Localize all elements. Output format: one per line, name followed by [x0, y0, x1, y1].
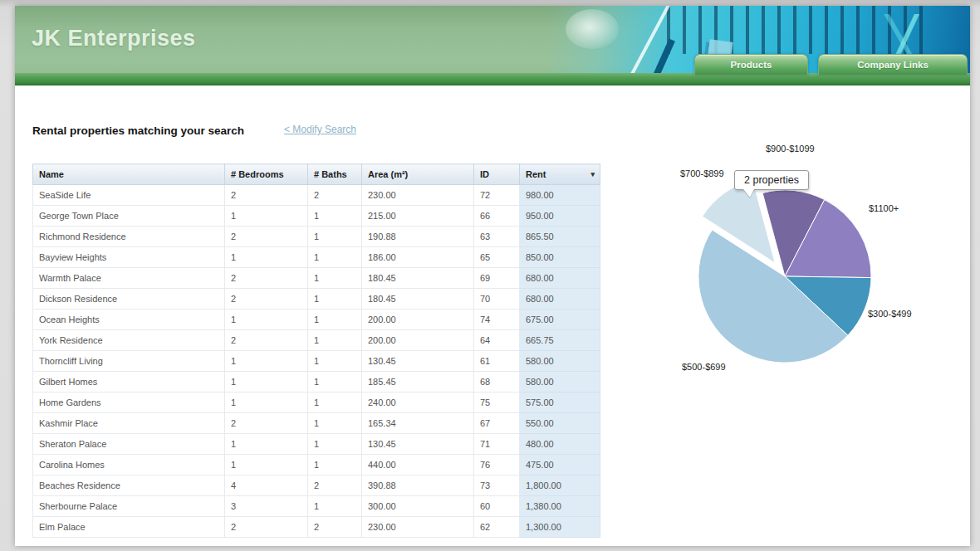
- column-header-name[interactable]: Name: [33, 164, 225, 185]
- table-row[interactable]: SeaSide Life22230.0072980.00: [33, 185, 600, 206]
- cell: 69: [474, 268, 520, 289]
- cell: 76: [474, 455, 520, 475]
- pie-label: $700-$899: [680, 168, 724, 178]
- cell: 1: [308, 227, 362, 247]
- tab-company-links[interactable]: Company Links: [818, 54, 968, 75]
- column-header-bedrooms[interactable]: # Bedrooms: [225, 164, 308, 185]
- pie-tooltip: 2 properties: [734, 170, 809, 190]
- cell: Gilbert Homes: [33, 372, 225, 393]
- cell: 1: [225, 372, 308, 393]
- cell: 300.00: [362, 496, 474, 517]
- cell: 1: [308, 434, 362, 455]
- cell: 865.50: [520, 227, 600, 247]
- cell: 74: [474, 310, 520, 330]
- pie-label: $1100+: [869, 203, 899, 213]
- pie-tooltip-text: 2 properties: [744, 174, 799, 186]
- table-row[interactable]: Bayview Heights11186.0065850.00: [33, 247, 600, 268]
- cell: 68: [474, 372, 520, 393]
- masthead: JK Enterprises Products Company Links: [15, 6, 970, 85]
- title-row: Rental properties matching your search <…: [32, 123, 614, 138]
- modify-search-link[interactable]: < Modify Search: [284, 124, 356, 135]
- cell: 580.00: [520, 351, 600, 372]
- cell: 240.00: [362, 393, 474, 413]
- cell: 680.00: [520, 289, 600, 310]
- cell: 3: [225, 496, 308, 517]
- cell: 480.00: [520, 434, 600, 455]
- cell: 2: [225, 413, 308, 434]
- cell: 230.00: [362, 185, 474, 206]
- cell: Kashmir Place: [33, 413, 225, 434]
- cell: Thorncliff Living: [33, 351, 225, 372]
- cell: Warmth Palace: [33, 268, 225, 289]
- cell: 575.00: [520, 393, 600, 413]
- properties-table: Name # Bedrooms # Baths Area (m²) ID Ren…: [32, 163, 600, 538]
- table-row[interactable]: Carolina Homes11440.0076475.00: [33, 455, 600, 475]
- table-row[interactable]: Ocean Heights11200.0074675.00: [33, 310, 600, 330]
- table-row[interactable]: Thorncliff Living11130.4561580.00: [33, 351, 600, 372]
- table-row[interactable]: York Residence21200.0064665.75: [33, 330, 600, 351]
- cell: Bayview Heights: [33, 247, 225, 268]
- column-header-id[interactable]: ID: [474, 164, 520, 185]
- cell: 2: [308, 475, 362, 496]
- cell: 70: [474, 289, 520, 310]
- cell: 665.75: [520, 330, 600, 351]
- cell: 4: [225, 475, 308, 496]
- circle-graphic: [566, 9, 619, 49]
- table-row[interactable]: Home Gardens11240.0075575.00: [33, 393, 600, 413]
- table-row[interactable]: Beaches Residence42390.88731,800.00: [33, 475, 600, 496]
- table-row[interactable]: Dickson Residence21180.4570680.00: [33, 289, 600, 310]
- page-title: Rental properties matching your search: [32, 124, 244, 137]
- cell: 675.00: [520, 310, 600, 330]
- table-row[interactable]: Sheraton Palace11130.4571480.00: [33, 434, 600, 455]
- cell: 1: [225, 351, 308, 372]
- cell: 60: [474, 496, 520, 517]
- cell: 1: [308, 330, 362, 351]
- cell: Ocean Heights: [33, 310, 225, 330]
- cell: 2: [225, 289, 308, 310]
- table-row[interactable]: Warmth Palace21180.4569680.00: [33, 268, 600, 289]
- cell: 65: [474, 247, 520, 268]
- cell: 475.00: [520, 455, 600, 475]
- table-header-row: Name # Bedrooms # Baths Area (m²) ID Ren…: [33, 164, 600, 185]
- table-row[interactable]: Gilbert Homes11185.4568580.00: [33, 372, 600, 393]
- cell: 75: [474, 393, 520, 413]
- cell: 2: [225, 268, 308, 289]
- nav-band: [15, 73, 970, 85]
- cell: Sherbourne Palace: [33, 496, 225, 517]
- cell: SeaSide Life: [33, 185, 225, 206]
- cell: 63: [474, 227, 520, 247]
- table-row[interactable]: George Town Place11215.0066950.00: [33, 206, 600, 227]
- cell: 440.00: [362, 455, 474, 475]
- table-row[interactable]: Kashmir Place21165.3467550.00: [33, 413, 600, 434]
- table-row[interactable]: Elm Palace22230.00621,300.00: [33, 517, 600, 538]
- cell: 1: [225, 455, 308, 475]
- cell: 190.88: [362, 227, 474, 247]
- cell: Beaches Residence: [33, 475, 225, 496]
- cell: 230.00: [362, 517, 474, 538]
- cell: 186.00: [362, 247, 474, 268]
- table-row[interactable]: Sherbourne Palace31300.00601,380.00: [33, 496, 600, 517]
- cell: 2: [225, 227, 308, 247]
- cell: Elm Palace: [33, 517, 225, 538]
- cell: 165.34: [362, 413, 474, 434]
- cell: 215.00: [362, 206, 474, 227]
- column-header-baths[interactable]: # Baths: [308, 164, 362, 185]
- cell: 1: [225, 393, 308, 413]
- rent-distribution-chart: $900-$1099 $700-$899 $1100+ $300-$499 $5…: [656, 133, 972, 382]
- cell: 71: [474, 434, 520, 455]
- cell: 64: [474, 330, 520, 351]
- cell: Home Gardens: [33, 393, 225, 413]
- table-row[interactable]: Richmond Residence21190.8863865.50: [33, 227, 600, 247]
- cell: 1: [308, 268, 362, 289]
- cell: 1,380.00: [520, 496, 600, 517]
- cell: 680.00: [520, 268, 600, 289]
- tab-products[interactable]: Products: [694, 54, 808, 75]
- sort-dropdown-icon[interactable]: ▾: [590, 171, 595, 178]
- column-header-rent[interactable]: Rent ▾: [520, 164, 600, 185]
- column-header-area[interactable]: Area (m²): [362, 164, 474, 185]
- cell: 73: [474, 475, 520, 496]
- page: JK Enterprises Products Company Links Re…: [0, 0, 980, 551]
- brand-title: JK Enterprises: [32, 26, 196, 51]
- cell: 980.00: [520, 185, 600, 206]
- cell: 1: [225, 434, 308, 455]
